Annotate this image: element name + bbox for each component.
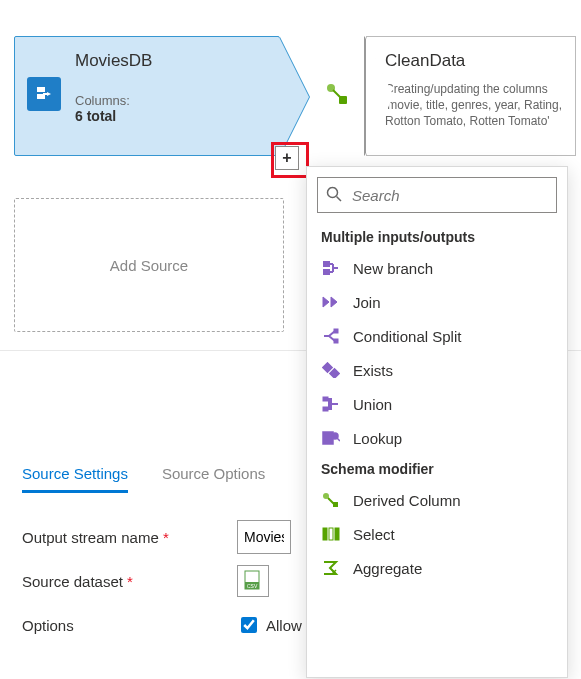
columns-count: 6 total — [75, 108, 269, 124]
columns-label: Columns: — [75, 93, 269, 108]
svg-line-15 — [337, 438, 340, 441]
allow-schema-drift-checkbox[interactable] — [241, 617, 257, 633]
svg-rect-8 — [334, 339, 338, 343]
svg-rect-20 — [335, 528, 339, 540]
source-node-title: MoviesDB — [75, 51, 269, 71]
add-source-button[interactable]: Add Source — [14, 198, 284, 332]
menu-item-label: Conditional Split — [353, 328, 461, 345]
conditional-split-icon — [321, 327, 341, 345]
svg-rect-7 — [334, 329, 338, 333]
menu-item-select[interactable]: Select — [307, 517, 567, 551]
svg-rect-10 — [330, 369, 340, 378]
menu-item-label: Exists — [353, 362, 393, 379]
svg-text:CSV: CSV — [247, 583, 258, 589]
add-source-label: Add Source — [110, 257, 188, 274]
tab-source-settings[interactable]: Source Settings — [22, 465, 128, 493]
menu-item-label: Lookup — [353, 430, 402, 447]
search-icon — [326, 186, 350, 205]
tab-source-options[interactable]: Source Options — [162, 465, 265, 493]
svg-rect-17 — [333, 502, 338, 507]
svg-rect-18 — [323, 528, 327, 540]
svg-rect-11 — [323, 397, 328, 401]
source-dataset-picker[interactable]: CSV — [237, 565, 269, 597]
menu-item-label: Select — [353, 526, 395, 543]
svg-line-6 — [337, 196, 342, 201]
svg-rect-19 — [329, 528, 333, 540]
menu-item-aggregate[interactable]: Aggregate — [307, 551, 567, 585]
csv-file-icon: CSV — [244, 570, 262, 593]
add-transformation-button[interactable]: + — [275, 146, 299, 170]
section-header-schema-mod: Schema modifier — [307, 455, 567, 483]
menu-item-lookup[interactable]: Lookup — [307, 421, 567, 455]
menu-item-label: Union — [353, 396, 392, 413]
output-stream-input[interactable] — [237, 520, 291, 554]
source-node-moviesdb[interactable]: MoviesDB Columns: 6 total — [14, 36, 280, 156]
svg-point-5 — [328, 187, 338, 197]
search-box[interactable] — [317, 177, 557, 213]
transform-node-cleandata[interactable]: CleanData Creating/updating the columns … — [366, 36, 576, 156]
section-header-multi-io: Multiple inputs/outputs — [307, 223, 567, 251]
svg-rect-13 — [323, 432, 333, 444]
aggregate-icon — [321, 559, 341, 577]
svg-rect-12 — [323, 407, 328, 411]
lookup-icon — [321, 429, 341, 447]
menu-item-label: Derived Column — [353, 492, 461, 509]
exists-icon — [321, 361, 341, 379]
menu-item-exists[interactable]: Exists — [307, 353, 567, 387]
menu-item-label: Join — [353, 294, 381, 311]
menu-item-conditional-split[interactable]: Conditional Split — [307, 319, 567, 353]
search-input[interactable] — [350, 186, 548, 205]
derive-icon — [325, 82, 353, 110]
source-dataset-label: Source dataset * — [22, 573, 237, 590]
join-icon — [321, 293, 341, 311]
menu-item-label: Aggregate — [353, 560, 422, 577]
union-icon — [321, 395, 341, 413]
output-stream-label: Output stream name * — [22, 529, 237, 546]
svg-rect-1 — [339, 96, 347, 104]
transform-node-description: Creating/updating the columns 'movie, ti… — [385, 81, 565, 130]
transform-node-title: CleanData — [385, 51, 565, 71]
plus-icon: + — [282, 149, 291, 167]
menu-item-new-branch[interactable]: New branch — [307, 251, 567, 285]
menu-item-label: New branch — [353, 260, 433, 277]
menu-item-join[interactable]: Join — [307, 285, 567, 319]
menu-item-derived-column[interactable]: Derived Column — [307, 483, 567, 517]
select-icon — [321, 525, 341, 543]
branch-icon — [321, 259, 341, 277]
transformation-picker-popup: Multiple inputs/outputs New branch Join … — [306, 166, 568, 678]
database-arrow-icon — [27, 77, 61, 111]
derived-column-icon — [321, 491, 341, 509]
menu-item-union[interactable]: Union — [307, 387, 567, 421]
options-label: Options — [22, 617, 237, 634]
svg-rect-9 — [323, 363, 333, 373]
